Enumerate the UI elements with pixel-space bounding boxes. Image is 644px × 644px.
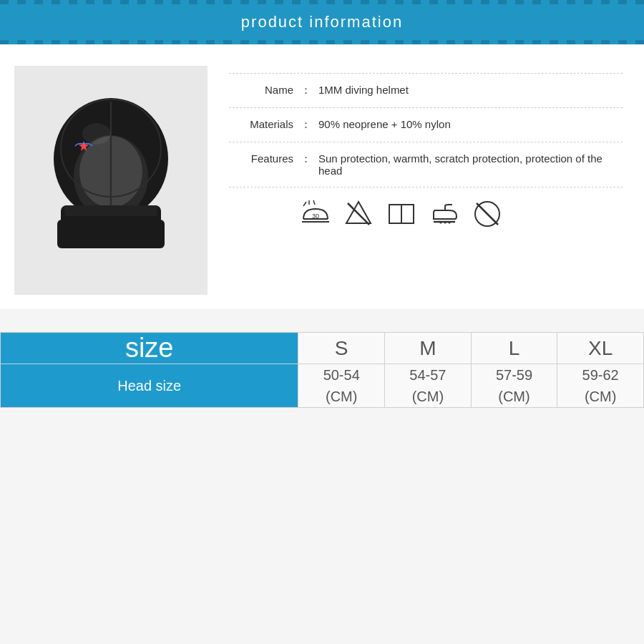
size-col-xl: XL	[557, 333, 644, 364]
product-image-container	[14, 66, 208, 295]
value-name: 1MM diving helmet	[318, 84, 623, 96]
detail-row-name: Name ： 1MM diving helmet	[229, 73, 623, 108]
size-m-value: 54-57(CM)	[385, 364, 472, 408]
size-table-data-row: Head size 50-54(CM) 54-57(CM) 57-59(CM) …	[1, 364, 644, 408]
svg-point-22	[444, 222, 447, 224]
detail-row-features: Features ： Sun protection, warmth, scrat…	[229, 142, 623, 187]
product-image	[39, 94, 182, 266]
svg-text:30: 30	[312, 213, 319, 220]
value-materials: 90% neoprene + 10% nylon	[318, 118, 623, 130]
svg-line-12	[303, 202, 306, 206]
dry-flat-icon	[386, 199, 416, 229]
no-bleach-icon	[343, 199, 374, 229]
size-col-l: L	[471, 333, 557, 364]
svg-rect-5	[64, 205, 157, 216]
size-col-s: S	[298, 333, 385, 364]
wash-30-icon: 30	[301, 199, 331, 229]
label-materials: Materials	[229, 118, 293, 130]
svg-line-25	[477, 203, 498, 225]
product-details: Name ： 1MM diving helmet Materials ： 90%…	[229, 66, 623, 235]
svg-rect-4	[57, 220, 165, 248]
size-xl-value: 59-62(CM)	[557, 364, 644, 408]
size-table: size S M L XL Head size 50-54(CM) 54-57(…	[0, 332, 644, 408]
svg-line-14	[313, 200, 315, 205]
page-header: product information	[0, 0, 644, 44]
page-title: product information	[241, 13, 403, 31]
svg-point-9	[82, 123, 111, 145]
label-name: Name	[229, 84, 293, 96]
svg-point-21	[440, 222, 442, 224]
care-icons-row: 30	[229, 187, 623, 235]
row-label-head-size: Head size	[1, 364, 298, 408]
size-section: size S M L XL Head size 50-54(CM) 54-57(…	[0, 332, 644, 408]
product-section: Name ： 1MM diving helmet Materials ： 90%…	[0, 44, 644, 309]
no-dryclean-icon	[472, 199, 502, 229]
label-features: Features	[229, 152, 293, 165]
size-l-value: 57-59(CM)	[471, 364, 557, 408]
section-gap	[0, 309, 644, 323]
size-table-header-row: size S M L XL	[1, 333, 644, 364]
size-s-value: 50-54(CM)	[298, 364, 385, 408]
size-header-label: size	[1, 333, 298, 364]
size-col-m: M	[385, 333, 472, 364]
iron-low-icon	[429, 199, 459, 229]
svg-point-23	[449, 222, 451, 224]
value-features: Sun protection, warmth, scratch protecti…	[318, 152, 623, 177]
detail-row-materials: Materials ： 90% neoprene + 10% nylon	[229, 108, 623, 142]
